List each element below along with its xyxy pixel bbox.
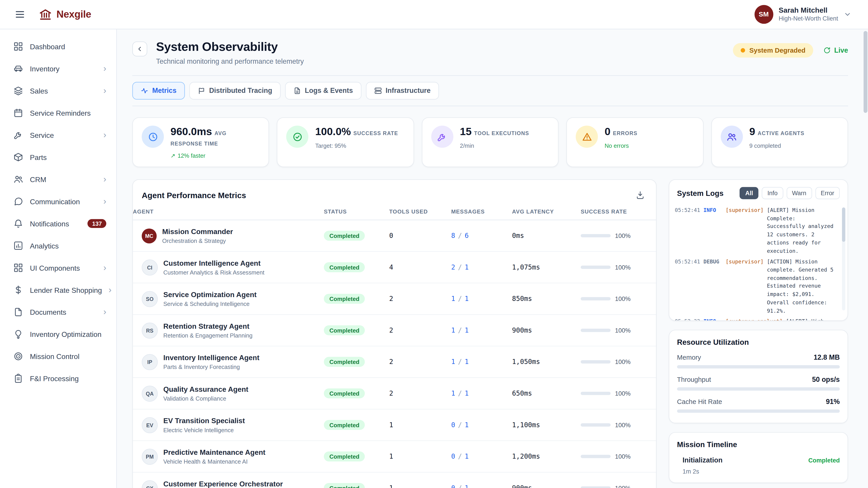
success-rate-bar [581, 234, 611, 237]
success-rate-label: 100% [615, 453, 631, 460]
messages-sent: 8 [451, 232, 455, 239]
chevron-right-icon: › [103, 86, 106, 95]
hamburger-icon [14, 9, 26, 20]
sidebar-item[interactable]: Communication › [0, 190, 116, 213]
status-cell: Completed [324, 358, 389, 365]
sidebar-item-label: Analytics [30, 241, 106, 250]
system-status-badge: System Degraded [733, 43, 813, 58]
success-rate-cell: 100% [581, 485, 656, 488]
messages-separator: / [458, 390, 462, 397]
sidebar: Dashboard Inventory › Sales › Service Re… [0, 29, 117, 488]
topbar-left: Nexgile [0, 6, 91, 22]
chevron-down-icon [844, 11, 851, 18]
tools-used-cell: 4 [389, 263, 451, 271]
table-row[interactable]: RS Retention Strategy Agent Retention & … [133, 315, 656, 346]
messages-separator: / [458, 484, 462, 488]
messages-sent: 0 [451, 484, 455, 488]
agent-name: Customer Experience Orchestrator [163, 480, 283, 488]
sidebar-item[interactable]: Inventory › [0, 58, 116, 80]
page-scrollbar-thumb[interactable] [864, 31, 867, 113]
sidebar-item[interactable]: Dashboard [0, 35, 116, 58]
timeline-item: Initialization Completed 1m 2s [677, 456, 840, 475]
sidebar-item-label: UI Components [30, 264, 97, 272]
sidebar-item[interactable]: Sales › [0, 80, 116, 102]
sidebar-item[interactable]: CRM › [0, 168, 116, 190]
stat-label: TOOL EXECUTIONS [474, 130, 529, 136]
tab[interactable]: Distributed Tracing [189, 82, 281, 99]
stat-trend-label: 9 completed [749, 142, 781, 149]
agent-cell: PM Predictive Maintenance Agent Vehicle … [133, 448, 324, 465]
clock-icon [148, 131, 158, 142]
tab-label: Infrastructure [385, 87, 431, 94]
status-badge: Completed [324, 483, 365, 488]
agent-role: Validation & Compliance [163, 395, 248, 402]
inventory-icon [13, 64, 23, 74]
tab[interactable]: Logs & Events [285, 82, 361, 99]
messages-cell: 0 / 1 [451, 453, 512, 460]
agent-role: Electric Vehicle Intelligence [163, 427, 245, 433]
table-row[interactable]: QA Quality Assurance Agent Validation & … [133, 378, 656, 410]
status-cell: Completed [324, 263, 389, 271]
resource-label: Throughput [677, 376, 711, 383]
metrics-icon [141, 87, 148, 94]
log-filter-button[interactable]: Info [762, 187, 783, 199]
sidebar-item[interactable]: UI Components › [0, 257, 116, 279]
tab[interactable]: Metrics [132, 82, 185, 99]
table-row[interactable]: EV EV Transition Specialist Electric Veh… [133, 410, 656, 441]
sidebar-item[interactable]: Notifications 137 [0, 213, 116, 234]
chevron-right-icon: › [103, 64, 106, 73]
log-filter-button[interactable]: Error [815, 187, 840, 199]
agent-avatar: RS [142, 322, 158, 338]
sidebar-item-label: Notifications [30, 219, 81, 228]
sidebar-item[interactable]: F&I Processing [0, 367, 116, 390]
sidebar-item[interactable]: Analytics [0, 234, 116, 257]
live-indicator: Live [823, 46, 848, 54]
log-entry: 05:52:41 DEBUG [supervisor] [ACTION] Mis… [675, 258, 836, 315]
agent-role: Parts & Inventory Forecasting [163, 363, 259, 370]
page-header: System Observability Technical monitorin… [132, 29, 848, 76]
table-row[interactable]: SO Service Optimization Agent Service & … [133, 283, 656, 315]
table-row[interactable]: IP Inventory Intelligence Agent Parts & … [133, 346, 656, 378]
crm-icon [13, 174, 23, 184]
sidebar-item[interactable]: Inventory Optimization [0, 323, 116, 345]
main-content: System Observability Technical monitorin… [117, 29, 868, 488]
log-scrollbar-thumb[interactable] [842, 207, 845, 242]
status-cell: Completed [324, 390, 389, 397]
agent-avatar: QA [142, 385, 158, 401]
resource-bar [677, 387, 840, 391]
back-button[interactable] [132, 41, 147, 57]
log-filter-button[interactable]: Warn [786, 187, 812, 199]
messages-sent: 0 [451, 453, 455, 460]
sidebar-item[interactable]: Service Reminders [0, 102, 116, 124]
success-rate-label: 100% [615, 359, 631, 365]
fi-processing-icon [13, 373, 23, 383]
messages-separator: / [458, 453, 462, 460]
brand[interactable]: Nexgile [39, 8, 91, 21]
tab[interactable]: Infrastructure [366, 82, 439, 99]
log-timestamp: 05:52:41 [675, 206, 700, 255]
sidebar-item[interactable]: Parts [0, 146, 116, 168]
messages-separator: / [458, 263, 462, 271]
menu-button[interactable] [12, 6, 28, 22]
sidebar-item[interactable]: Mission Control [0, 345, 116, 367]
sidebar-item[interactable]: Lender Rate Shopping › [0, 279, 116, 301]
log-filter-button[interactable]: All [740, 187, 758, 199]
status-cell: Completed [324, 295, 389, 302]
avg-latency-cell: 900ms [512, 484, 581, 488]
table-row[interactable]: PM Predictive Maintenance Agent Vehicle … [133, 441, 656, 473]
sidebar-item[interactable]: Documents › [0, 301, 116, 323]
tab-bar: Metrics Distributed Tracing Logs & Event… [132, 76, 848, 106]
download-button[interactable] [633, 188, 647, 202]
agent-role: Service & Scheduling Intelligence [163, 300, 256, 307]
resource-label: Cache Hit Rate [677, 398, 722, 405]
table-row[interactable]: CX Customer Experience Orchestrator Omni… [133, 473, 656, 488]
status-cell: Completed [324, 232, 389, 239]
sidebar-item[interactable]: Service › [0, 124, 116, 146]
messages-sent: 1 [451, 390, 455, 397]
table-row[interactable]: MC Mission Commander Orchestration & Str… [133, 220, 656, 252]
agent-cell: MC Mission Commander Orchestration & Str… [133, 228, 324, 244]
stat-label: SUCCESS RATE [353, 130, 398, 136]
messages-sent: 1 [451, 358, 455, 365]
table-row[interactable]: CI Customer Intelligence Agent Customer … [133, 252, 656, 283]
user-menu[interactable]: SM Sarah Mitchell High-Net-Worth Client [754, 5, 868, 24]
